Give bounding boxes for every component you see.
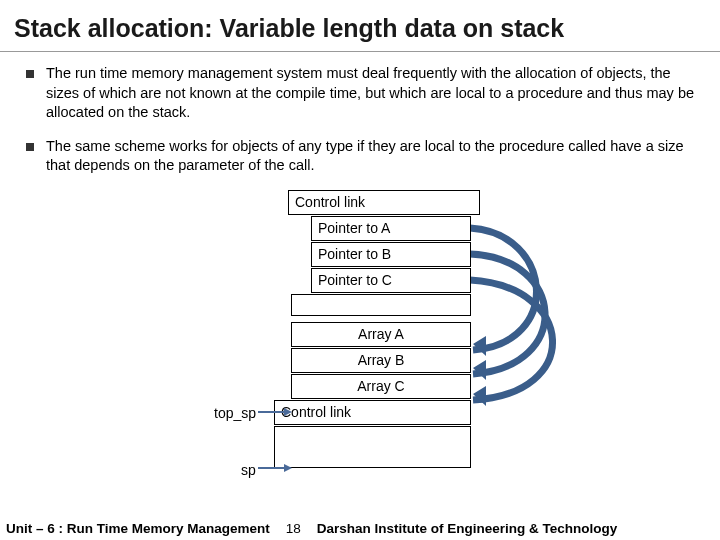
stack-row-pointer-a: Pointer to A [311,216,471,241]
svg-marker-2 [473,386,486,406]
content-area: The run time memory management system mu… [0,52,720,490]
footer-page-number: 18 [270,521,317,536]
svg-marker-1 [473,360,486,380]
sp-label: sp [241,462,256,478]
stack-row-control-link-2: Control link [274,400,471,425]
stack-row-pointer-c: Pointer to C [311,268,471,293]
bullet-item: The same scheme works for objects of any… [26,137,694,176]
svg-marker-0 [473,336,486,356]
stack-row-array-a: Array A [291,322,471,347]
page-title: Stack allocation: Variable length data o… [0,0,720,52]
bullet-marker-icon [26,70,34,78]
top-sp-label: top_sp [214,405,256,421]
stack-row-array-b: Array B [291,348,471,373]
bullet-marker-icon [26,143,34,151]
bullet-text: The same scheme works for objects of any… [46,137,694,176]
stack-row-array-c: Array C [291,374,471,399]
stack-row-pointer-b: Pointer to B [311,242,471,267]
stack-row-empty [291,294,471,316]
footer: Unit – 6 : Run Time Memory Management 18… [0,516,720,540]
stack-row-control-link-1: Control link [288,190,480,215]
bullet-text: The run time memory management system mu… [46,64,694,123]
pointer-arcs-icon [468,208,598,438]
stack-diagram: Control link Pointer to A Pointer to B P… [26,190,694,490]
footer-right: Darshan Institute of Engineering & Techn… [317,521,618,536]
bullet-item: The run time memory management system mu… [26,64,694,123]
footer-left: Unit – 6 : Run Time Memory Management [6,521,270,536]
stack-row-empty-2 [274,426,471,468]
